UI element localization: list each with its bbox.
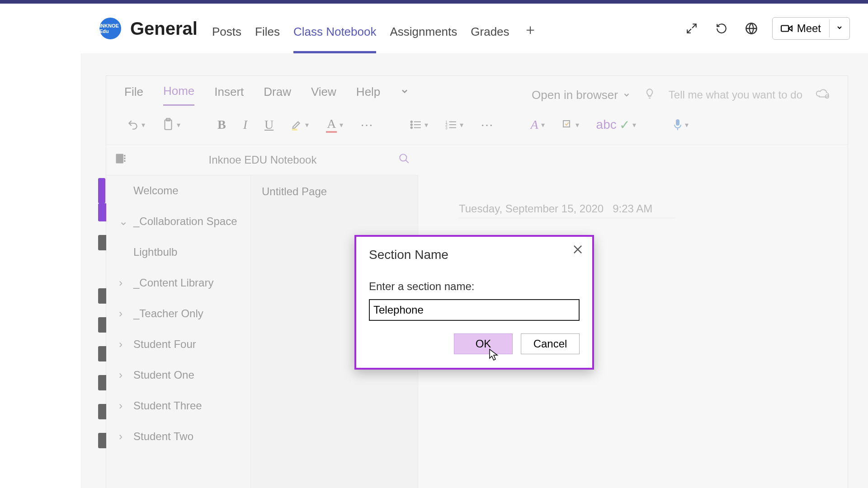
section-name-dialog: Section Name Enter a section name: OK Ca… xyxy=(354,235,594,370)
meet-label: Meet xyxy=(797,22,821,35)
meet-button-group: Meet xyxy=(772,17,850,40)
chevron-right-icon[interactable]: › xyxy=(119,399,128,412)
chevron-right-icon[interactable]: › xyxy=(119,307,128,320)
ribbon-view[interactable]: View xyxy=(311,85,336,105)
ribbon-draw[interactable]: Draw xyxy=(264,85,291,105)
tags-button[interactable]: ▾ xyxy=(559,117,582,133)
svg-rect-1 xyxy=(781,26,788,32)
section-name-input[interactable] xyxy=(369,299,580,321)
section-color-tabs xyxy=(98,203,106,448)
svg-rect-13 xyxy=(116,154,123,164)
meet-button[interactable]: Meet xyxy=(773,18,829,39)
page-untitled[interactable]: Untitled Page xyxy=(251,175,418,208)
page-timestamp: Tuesday, September 15, 2020 9:23 AM xyxy=(459,202,676,218)
notebook-title: Inknoe EDU Notebook xyxy=(135,154,390,166)
tab-assignments[interactable]: Assignments xyxy=(390,25,457,53)
ribbon-more[interactable] xyxy=(400,85,409,105)
globe-icon[interactable] xyxy=(742,19,760,38)
section-lightbulb[interactable]: Lightbulb xyxy=(106,237,250,267)
lightbulb-icon[interactable] xyxy=(644,88,655,102)
meet-dropdown[interactable] xyxy=(829,19,849,38)
italic-button[interactable]: I xyxy=(241,115,250,135)
tab-files[interactable]: Files xyxy=(255,25,280,53)
section-collaboration-space[interactable]: ⌄_Collaboration Space xyxy=(106,206,250,237)
add-tab-button[interactable]: ＋ xyxy=(523,20,538,53)
clipboard-button[interactable]: ▾ xyxy=(160,115,183,134)
ribbon-file[interactable]: File xyxy=(124,85,143,105)
underline-button[interactable]: U xyxy=(262,115,276,135)
dictate-button[interactable]: ▾ xyxy=(670,116,691,134)
highlight-button[interactable]: ▾ xyxy=(288,116,311,133)
chevron-right-icon[interactable]: › xyxy=(119,277,128,289)
section-student-one[interactable]: ›Student One xyxy=(106,360,250,390)
teams-channel-header: INKNOE Edu General Posts Files Class Not… xyxy=(0,4,868,53)
cloud-sync-icon[interactable] xyxy=(816,88,830,102)
close-icon[interactable] xyxy=(571,243,584,258)
numbered-list-button[interactable]: 123▾ xyxy=(443,117,466,132)
open-in-browser[interactable]: Open in browser xyxy=(532,88,631,102)
chevron-down-icon[interactable]: ⌄ xyxy=(119,215,128,228)
tab-posts[interactable]: Posts xyxy=(212,25,241,53)
channel-tab-strip: Posts Files Class Notebook Assignments G… xyxy=(212,4,538,53)
section-student-two[interactable]: ›Student Two xyxy=(106,421,250,452)
open-in-browser-label: Open in browser xyxy=(532,88,618,102)
tell-me-search[interactable]: Tell me what you want to do xyxy=(669,89,802,101)
expand-icon[interactable] xyxy=(683,19,701,38)
window-top-strip xyxy=(0,0,868,4)
svg-point-17 xyxy=(400,154,406,161)
bullet-list-button[interactable]: ▾ xyxy=(407,117,431,132)
dialog-label: Enter a section name: xyxy=(369,280,580,293)
home-toolbar: ▾ ▾ B I U ▾ A▾ ⋯ ▾ 123▾ ⋯ A▾ ▾ abc✓▾ ▾ xyxy=(106,106,848,145)
ribbon-home[interactable]: Home xyxy=(163,84,194,106)
channel-name: General xyxy=(130,19,198,39)
section-teacher-only[interactable]: ›_Teacher Only xyxy=(106,298,250,329)
svg-point-7 xyxy=(411,127,412,128)
notebook-nav-icon[interactable] xyxy=(114,152,127,168)
svg-point-5 xyxy=(411,121,412,122)
spellcheck-button[interactable]: abc✓▾ xyxy=(594,115,639,135)
svg-rect-16 xyxy=(124,160,126,162)
header-actions: Meet xyxy=(683,17,850,40)
tab-grades[interactable]: Grades xyxy=(471,25,509,53)
search-icon[interactable] xyxy=(398,153,410,167)
more-formatting[interactable]: ⋯ xyxy=(358,115,376,135)
team-avatar[interactable]: INKNOE Edu xyxy=(99,18,121,39)
chevron-right-icon[interactable]: › xyxy=(119,338,128,351)
svg-text:3: 3 xyxy=(445,126,448,130)
undo-button[interactable]: ▾ xyxy=(124,116,148,133)
more-paragraph[interactable]: ⋯ xyxy=(478,115,496,135)
dialog-title: Section Name xyxy=(369,248,580,262)
ribbon-tab-strip: File Home Insert Draw View Help Open in … xyxy=(106,76,848,106)
tab-class-notebook[interactable]: Class Notebook xyxy=(293,25,377,53)
chevron-right-icon[interactable]: › xyxy=(119,369,128,381)
section-student-four[interactable]: ›Student Four xyxy=(106,329,250,360)
ok-button[interactable]: OK xyxy=(454,333,513,354)
svg-rect-15 xyxy=(124,158,126,160)
section-list: Welcome ⌄_Collaboration Space Lightbulb … xyxy=(106,175,251,488)
section-content-library[interactable]: ›_Content Library xyxy=(106,267,250,298)
styles-button[interactable]: A▾ xyxy=(528,115,547,135)
svg-rect-12 xyxy=(676,119,679,126)
notebook-title-bar: Inknoe EDU Notebook xyxy=(106,145,418,175)
cancel-button[interactable]: Cancel xyxy=(521,333,580,354)
font-color-button[interactable]: A▾ xyxy=(323,114,346,136)
svg-rect-14 xyxy=(124,155,126,157)
bold-button[interactable]: B xyxy=(215,115,229,135)
svg-point-6 xyxy=(411,124,412,125)
svg-rect-11 xyxy=(563,121,570,127)
section-welcome[interactable]: Welcome xyxy=(106,175,250,206)
reload-icon[interactable] xyxy=(712,19,731,38)
chevron-right-icon[interactable]: › xyxy=(119,430,128,443)
ribbon-help[interactable]: Help xyxy=(356,85,380,105)
ribbon-insert[interactable]: Insert xyxy=(214,85,244,105)
section-student-three[interactable]: ›Student Three xyxy=(106,390,250,421)
teams-left-rail xyxy=(0,53,81,488)
